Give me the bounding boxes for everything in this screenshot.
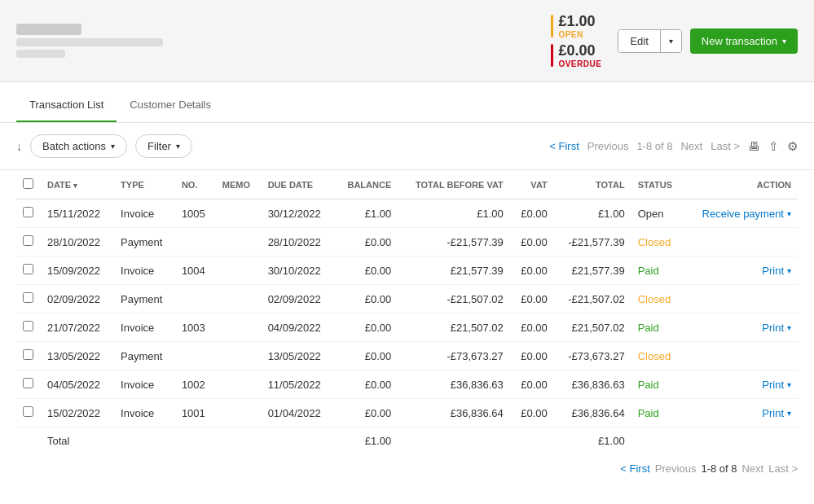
action-link-7[interactable]: Print ▾ bbox=[691, 407, 792, 419]
col-date[interactable]: DATE ▾ bbox=[41, 170, 114, 199]
transactions-table-wrapper: DATE ▾ TYPE NO. MEMO DUE DATE BALANCE TO… bbox=[0, 170, 814, 454]
col-memo: MEMO bbox=[216, 170, 262, 199]
edit-dropdown-button[interactable]: ▾ bbox=[660, 30, 681, 52]
row-checkbox-0[interactable] bbox=[23, 207, 33, 217]
row-action-4[interactable]: Print ▾ bbox=[684, 313, 799, 342]
action-link-6[interactable]: Print ▾ bbox=[691, 379, 792, 391]
edit-button[interactable]: Edit bbox=[618, 30, 659, 52]
export-icon[interactable]: ⇧ bbox=[768, 139, 779, 154]
action-link-4[interactable]: Print ▾ bbox=[691, 322, 792, 334]
tab-transaction-list[interactable]: Transaction List bbox=[16, 89, 117, 122]
row-checkbox-col-5[interactable] bbox=[16, 342, 41, 370]
pagination-info-top: 1-8 of 8 bbox=[636, 140, 672, 152]
row-action-6[interactable]: Print ▾ bbox=[684, 370, 799, 399]
row-type-3: Payment bbox=[114, 285, 175, 313]
row-vat-6: £0.00 bbox=[510, 370, 554, 399]
pagination-last-top: Last > bbox=[711, 140, 740, 152]
row-checkbox-2[interactable] bbox=[23, 264, 33, 274]
row-vat-3: £0.00 bbox=[510, 285, 554, 313]
row-action-0[interactable]: Receive payment ▾ bbox=[684, 199, 799, 228]
row-date-2: 15/09/2022 bbox=[41, 256, 114, 285]
row-no-1 bbox=[175, 228, 216, 256]
row-checkbox-col-2[interactable] bbox=[16, 256, 41, 285]
new-transaction-caret: ▾ bbox=[782, 37, 786, 46]
total-empty-type bbox=[114, 427, 175, 455]
col-status: STATUS bbox=[631, 170, 684, 199]
new-transaction-button[interactable]: New transaction ▾ bbox=[690, 28, 798, 54]
col-balance: BALANCE bbox=[335, 170, 398, 199]
pagination-first-top[interactable]: < First bbox=[549, 140, 579, 152]
row-status-4: Paid bbox=[631, 313, 684, 342]
filter-button[interactable]: Filter ▾ bbox=[135, 134, 192, 158]
pagination-previous-top: Previous bbox=[587, 140, 629, 152]
pagination-info-bottom: 1-8 of 8 bbox=[701, 462, 737, 475]
pagination-last-bottom: Last > bbox=[768, 462, 798, 475]
tabs: Transaction List Customer Details bbox=[0, 89, 814, 123]
row-total-before-vat-3: -£21,507.02 bbox=[398, 285, 510, 313]
open-bar bbox=[551, 15, 553, 37]
table-row: 02/09/2022 Payment 02/09/2022 £0.00 -£21… bbox=[16, 285, 798, 313]
row-date-7: 15/02/2022 bbox=[41, 399, 114, 427]
row-vat-4: £0.00 bbox=[510, 313, 554, 342]
batch-actions-button[interactable]: Batch actions ▾ bbox=[30, 134, 127, 158]
row-date-1: 28/10/2022 bbox=[41, 228, 114, 256]
row-checkbox-col-1[interactable] bbox=[16, 228, 41, 256]
row-type-4: Invoice bbox=[114, 313, 175, 342]
row-status-6: Paid bbox=[631, 370, 684, 399]
row-action-1 bbox=[684, 228, 799, 256]
total-empty-checkbox bbox=[16, 427, 41, 455]
row-due-date-2: 30/10/2022 bbox=[262, 256, 335, 285]
row-total-before-vat-5: -£73,673.27 bbox=[398, 342, 510, 370]
row-total-before-vat-1: -£21,577.39 bbox=[398, 228, 510, 256]
company-name-placeholder bbox=[16, 38, 163, 46]
row-date-0: 15/11/2022 bbox=[41, 199, 114, 228]
pagination-next-top: Next bbox=[680, 140, 702, 152]
row-action-7[interactable]: Print ▾ bbox=[684, 399, 799, 427]
col-total: TOTAL bbox=[554, 170, 631, 199]
row-checkbox-col-6[interactable] bbox=[16, 370, 41, 399]
table-row: 15/11/2022 Invoice 1005 30/12/2022 £1.00… bbox=[16, 199, 798, 228]
select-all-checkbox[interactable] bbox=[23, 178, 33, 189]
row-type-5: Payment bbox=[114, 342, 175, 370]
total-empty-memo bbox=[216, 427, 262, 455]
row-type-1: Payment bbox=[114, 228, 175, 256]
row-total-5: -£73,673.27 bbox=[554, 342, 631, 370]
filter-caret: ▾ bbox=[176, 142, 180, 151]
row-action-2[interactable]: Print ▾ bbox=[684, 256, 799, 285]
logo bbox=[16, 24, 81, 35]
row-date-4: 21/07/2022 bbox=[41, 313, 114, 342]
row-checkbox-5[interactable] bbox=[23, 349, 33, 360]
row-checkbox-4[interactable] bbox=[23, 321, 33, 331]
row-checkbox-col-0[interactable] bbox=[16, 199, 41, 228]
action-link-0[interactable]: Receive payment ▾ bbox=[691, 208, 792, 220]
row-checkbox-6[interactable] bbox=[23, 378, 33, 388]
row-checkbox-col-3[interactable] bbox=[16, 285, 41, 313]
row-balance-4: £0.00 bbox=[335, 313, 398, 342]
row-memo-3 bbox=[216, 285, 262, 313]
pagination-next-bottom: Next bbox=[741, 462, 763, 475]
action-link-2[interactable]: Print ▾ bbox=[691, 265, 792, 277]
row-memo-2 bbox=[216, 256, 262, 285]
settings-icon[interactable]: ⚙ bbox=[787, 139, 798, 154]
col-no: NO. bbox=[175, 170, 216, 199]
header-logo-area bbox=[16, 24, 163, 58]
tab-customer-details[interactable]: Customer Details bbox=[117, 89, 224, 122]
row-balance-6: £0.00 bbox=[335, 370, 398, 399]
header: £1.00 OPEN £0.00 OVERDUE Edit ▾ New tran… bbox=[0, 0, 814, 82]
row-checkbox-7[interactable] bbox=[23, 406, 33, 417]
row-no-7: 1001 bbox=[175, 399, 216, 427]
table-row: 15/02/2022 Invoice 1001 01/04/2022 £0.00… bbox=[16, 399, 798, 427]
row-checkbox-col-7[interactable] bbox=[16, 399, 41, 427]
select-all-col[interactable] bbox=[16, 170, 41, 199]
pagination-first-bottom[interactable]: < First bbox=[620, 462, 649, 475]
row-total-0: £1.00 bbox=[554, 199, 631, 228]
row-no-4: 1003 bbox=[175, 313, 216, 342]
row-checkbox-1[interactable] bbox=[23, 235, 33, 246]
row-checkbox-col-4[interactable] bbox=[16, 313, 41, 342]
total-balance: £1.00 bbox=[335, 427, 398, 455]
sort-icon[interactable]: ↓ bbox=[16, 140, 22, 153]
print-icon[interactable]: 🖶 bbox=[748, 139, 760, 153]
row-type-7: Invoice bbox=[114, 399, 175, 427]
row-memo-1 bbox=[216, 228, 262, 256]
row-checkbox-3[interactable] bbox=[23, 292, 33, 303]
